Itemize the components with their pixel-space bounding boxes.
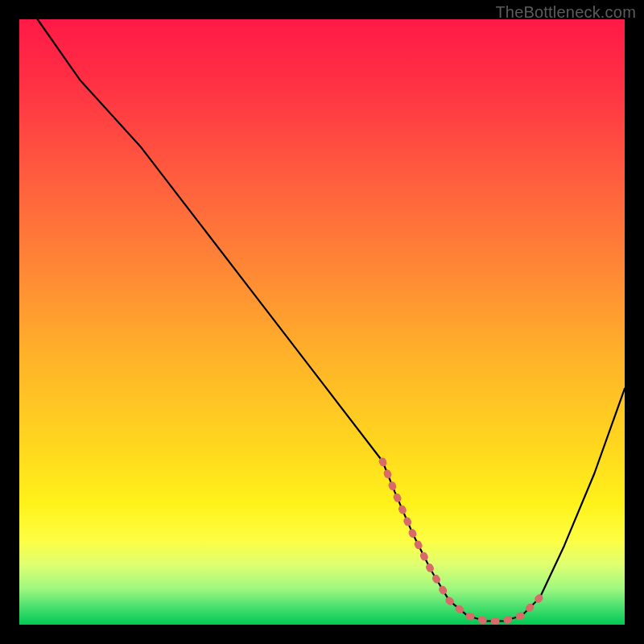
watermark-text: TheBottleneck.com bbox=[495, 3, 636, 22]
bottleneck-chart bbox=[0, 0, 644, 644]
chart-canvas: TheBottleneck.com bbox=[0, 0, 644, 644]
plot-background bbox=[19, 19, 625, 625]
